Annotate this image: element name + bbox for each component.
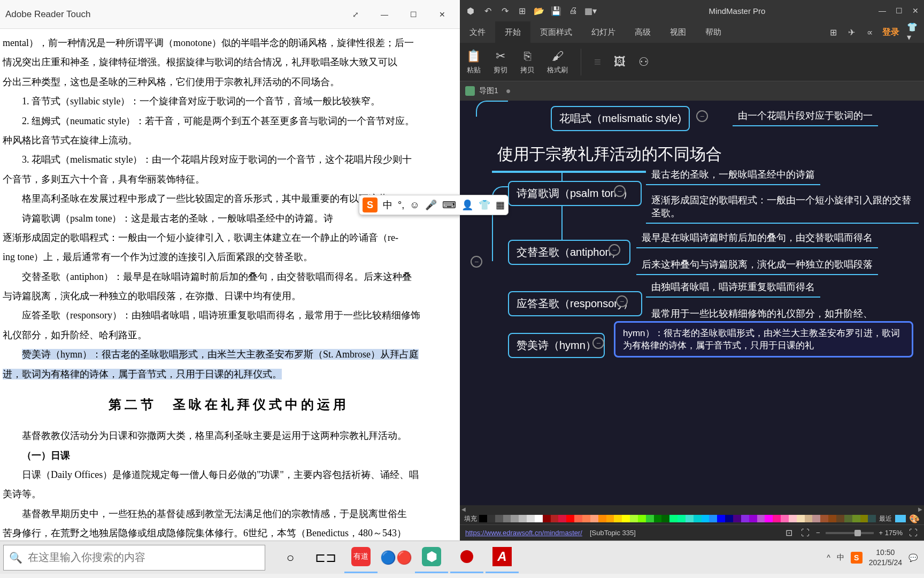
sogou-tray-icon[interactable]: S (851, 552, 863, 564)
menu-start[interactable]: 开始 (495, 21, 530, 43)
fullscreen-icon[interactable]: ⛶ (908, 528, 919, 538)
color-swatch[interactable] (725, 515, 733, 522)
ime-keyboard-icon[interactable]: ⌨ (442, 199, 456, 211)
node-melismatic[interactable]: 花唱式（melismatic style) (551, 106, 690, 131)
collapse-icon[interactable]: − (592, 337, 604, 349)
color-swatch[interactable] (519, 515, 527, 522)
grid-icon[interactable]: ⊞ (828, 27, 838, 37)
color-swatch[interactable] (566, 515, 574, 522)
print-icon[interactable]: 🖨 (568, 5, 579, 16)
color-swatch[interactable] (495, 515, 503, 522)
color-swatch[interactable] (535, 515, 543, 522)
color-swatch[interactable] (749, 515, 757, 522)
mindmap-canvas[interactable]: 花唱式（melismatic style) − 由一个花唱片段对应于歌词的一 使… (460, 101, 924, 505)
color-swatch[interactable] (630, 515, 638, 522)
search-input[interactable] (28, 551, 259, 564)
more-icon[interactable]: ▦▾ (585, 5, 596, 16)
theme-icon[interactable]: 👕▾ (907, 27, 918, 37)
color-swatch[interactable] (574, 515, 582, 522)
horizontal-scrollbar[interactable]: ◀ ▶ (460, 505, 924, 513)
app-logo-icon[interactable]: ⬢ (465, 5, 476, 16)
recent-color-swatch[interactable] (895, 515, 906, 522)
color-swatch[interactable] (709, 515, 717, 522)
ime-mic-icon[interactable]: 🎤 (425, 199, 437, 211)
youdao-app[interactable]: 有道 (344, 542, 378, 573)
color-swatch[interactable] (765, 515, 773, 522)
cut-button[interactable]: ✂ 剪切 (494, 49, 507, 75)
color-swatch[interactable] (614, 515, 622, 522)
ime-punct-icon[interactable]: °, (398, 200, 404, 211)
windows-search[interactable]: 🔍 (3, 545, 265, 571)
color-swatch[interactable] (702, 515, 710, 522)
pdf-content[interactable]: mental），前一种情况是一种所谓平调（monotone）似的半唱半念的朗诵风… (0, 29, 460, 541)
color-swatch[interactable] (733, 515, 741, 522)
color-swatch[interactable] (582, 515, 590, 522)
org-tool[interactable]: ⚇ (638, 55, 649, 69)
tab-label[interactable]: 导图1 (479, 86, 498, 96)
node-responsory-d1[interactable]: 由独唱者咏唱，唱诗班重复歌唱而得名 (646, 277, 820, 298)
baidu-app[interactable]: 🔵🔴 (380, 542, 413, 573)
node-melismatic-desc[interactable]: 由一个花唱片段对应于歌词的一 (733, 106, 878, 126)
ime-skin-icon[interactable]: 👕 (479, 199, 490, 211)
node-antiphon-d1[interactable]: 最早是在咏唱诗篇时前后加的叠句，由交替歌唱而得名 (636, 228, 878, 248)
color-swatch[interactable] (836, 515, 844, 522)
send-icon[interactable]: ✈ (846, 27, 857, 37)
color-swatch[interactable] (789, 515, 797, 522)
node-hymn-d-selected[interactable]: hymn）：很古老的圣咏歌唱形式，由米兰大主教圣安布罗引进，歌词为有格律的诗体，… (614, 321, 913, 358)
color-swatch[interactable] (661, 515, 669, 522)
node-psalm-d1[interactable]: 最古老的圣咏，一般咏唱圣经中的诗篇 (646, 165, 820, 185)
close-button[interactable]: ✕ (430, 6, 455, 23)
color-swatch[interactable] (860, 515, 868, 522)
color-swatch[interactable] (503, 515, 511, 522)
menu-slideshow[interactable]: 幻灯片 (582, 21, 625, 43)
mm-close-button[interactable]: ✕ (912, 6, 919, 15)
color-swatch[interactable] (527, 515, 535, 522)
cortana-icon[interactable]: ○ (274, 542, 307, 573)
ime-toolbar[interactable]: S 中 °, ☺ 🎤 ⌨ 👤 👕 ▦ (359, 195, 509, 215)
node-hymn[interactable]: 赞美诗（hymn） (508, 333, 605, 358)
color-swatch[interactable] (694, 515, 702, 522)
menu-view[interactable]: 视图 (660, 21, 696, 43)
color-swatch[interactable] (717, 515, 725, 522)
color-swatch[interactable] (590, 515, 598, 522)
color-swatch[interactable] (852, 515, 860, 522)
image-tool[interactable]: 🖼 (614, 55, 626, 69)
new-icon[interactable]: ⊞ (517, 5, 527, 16)
collapse-icon[interactable]: − (616, 295, 628, 307)
color-swatch[interactable] (558, 515, 566, 522)
color-swatch[interactable] (638, 515, 646, 522)
collapse-icon[interactable]: − (471, 256, 482, 268)
scroll-left-icon[interactable]: ◀ (460, 505, 467, 513)
node-antiphon-d2[interactable]: 后来这种叠句与诗篇脱离，演化成一种独立的歌唱段落 (636, 255, 878, 275)
recorder-app[interactable] (450, 542, 483, 573)
color-swatch[interactable] (868, 515, 876, 522)
color-swatch[interactable] (622, 515, 630, 522)
menu-help[interactable]: 帮助 (696, 21, 731, 43)
color-swatch[interactable] (797, 515, 805, 522)
tray-ime-lang[interactable]: 中 (837, 553, 844, 562)
color-swatch[interactable] (820, 515, 828, 522)
ime-lang[interactable]: 中 (383, 199, 392, 211)
scroll-right-icon[interactable]: ▶ (917, 505, 924, 513)
color-swatch[interactable] (646, 515, 654, 522)
taskview-icon[interactable]: ⊏⊐ (309, 542, 342, 573)
color-swatch[interactable] (606, 515, 614, 522)
color-swatches[interactable] (479, 515, 876, 522)
color-swatch[interactable] (741, 515, 749, 522)
fit-page-icon[interactable]: ⊡ (784, 528, 795, 538)
save-icon[interactable]: 💾 (551, 5, 561, 16)
color-swatch[interactable] (781, 515, 789, 522)
color-swatch[interactable] (511, 515, 519, 522)
color-swatch[interactable] (654, 515, 662, 522)
color-swatch[interactable] (677, 515, 686, 522)
tray-expand-icon[interactable]: ^ (827, 553, 830, 562)
maximize-button[interactable]: ☐ (401, 6, 426, 23)
menu-pagestyle[interactable]: 页面样式 (530, 21, 582, 43)
zoom-slider[interactable] (826, 532, 874, 534)
ime-toolbox-icon[interactable]: ▦ (496, 199, 505, 211)
fit-width-icon[interactable]: ⛶ (800, 528, 811, 538)
color-swatch[interactable] (669, 515, 677, 522)
menu-advanced[interactable]: 高级 (625, 21, 660, 43)
color-swatch[interactable] (757, 515, 765, 522)
color-swatch[interactable] (773, 515, 781, 522)
